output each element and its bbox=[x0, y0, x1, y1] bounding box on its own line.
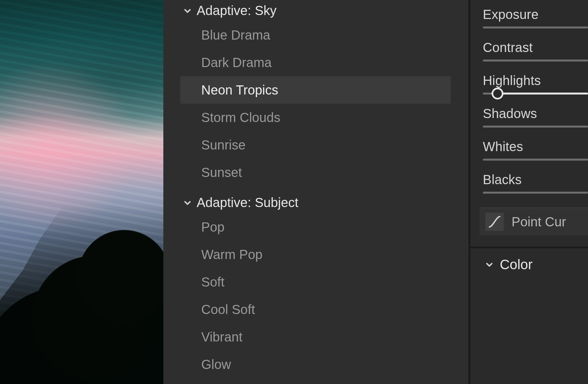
exposure-adjust: Exposure bbox=[483, 7, 588, 28]
highlights-label: Highlights bbox=[483, 73, 588, 88]
preset-item[interactable]: Vibrant bbox=[183, 323, 449, 351]
shadows-adjust: Shadows bbox=[483, 106, 588, 128]
shadows-label: Shadows bbox=[483, 106, 588, 121]
contrast-slider[interactable] bbox=[483, 60, 588, 61]
preset-group-sky: Adaptive: Sky Blue Drama Dark Drama Neon… bbox=[183, 0, 449, 186]
chevron-down-icon bbox=[183, 6, 192, 15]
preset-item[interactable]: Storm Clouds bbox=[183, 104, 449, 131]
chevron-down-icon bbox=[183, 198, 192, 207]
highlights-slider[interactable] bbox=[483, 93, 588, 95]
preset-group-header-sky[interactable]: Adaptive: Sky bbox=[183, 0, 449, 21]
contrast-adjust: Contrast bbox=[483, 40, 588, 61]
point-curve-button[interactable]: Point Cur bbox=[480, 207, 588, 236]
preset-item[interactable]: Blue Drama bbox=[183, 21, 449, 49]
preset-item[interactable]: Sunrise bbox=[183, 131, 449, 159]
preset-item[interactable]: Cool Soft bbox=[183, 296, 449, 323]
preset-item[interactable]: Soft bbox=[183, 268, 449, 296]
exposure-slider[interactable] bbox=[483, 26, 588, 28]
preset-item[interactable]: Warm Pop bbox=[183, 241, 449, 268]
preset-group-title: Adaptive: Subject bbox=[197, 195, 298, 210]
whites-adjust: Whites bbox=[483, 139, 588, 161]
preset-item[interactable]: Glow bbox=[183, 351, 449, 378]
blacks-label: Blacks bbox=[483, 172, 588, 187]
blacks-slider[interactable] bbox=[483, 192, 588, 194]
shadows-slider[interactable] bbox=[483, 126, 588, 128]
panel-divider bbox=[470, 247, 588, 248]
curve-icon bbox=[485, 213, 504, 231]
highlights-adjust: Highlights bbox=[483, 73, 588, 95]
presets-panel: Adaptive: Sky Blue Drama Dark Drama Neon… bbox=[163, 0, 470, 384]
photo-preview bbox=[0, 0, 163, 384]
preset-item[interactable]: Neon Tropics bbox=[180, 76, 451, 104]
highlights-thumb[interactable] bbox=[492, 88, 503, 99]
preset-group-subject: Adaptive: Subject Pop Warm Pop Soft Cool… bbox=[183, 192, 449, 378]
contrast-label: Contrast bbox=[483, 40, 588, 55]
chevron-down-icon bbox=[485, 260, 494, 269]
color-section-header[interactable]: Color bbox=[483, 257, 588, 272]
whites-label: Whites bbox=[483, 139, 588, 154]
preset-item[interactable]: Pop bbox=[183, 213, 449, 241]
exposure-label: Exposure bbox=[483, 7, 588, 22]
preset-group-header-subject[interactable]: Adaptive: Subject bbox=[183, 192, 449, 213]
point-curve-label: Point Cur bbox=[512, 215, 566, 229]
whites-slider[interactable] bbox=[483, 159, 588, 161]
preset-item[interactable]: Dark Drama bbox=[183, 49, 449, 76]
blacks-adjust: Blacks bbox=[483, 172, 588, 194]
adjust-panel: Exposure Contrast Highlights Shadows Whi… bbox=[470, 0, 588, 384]
preset-item[interactable]: Sunset bbox=[183, 159, 449, 186]
preset-group-title: Adaptive: Sky bbox=[197, 3, 277, 18]
color-section-label: Color bbox=[500, 257, 532, 272]
